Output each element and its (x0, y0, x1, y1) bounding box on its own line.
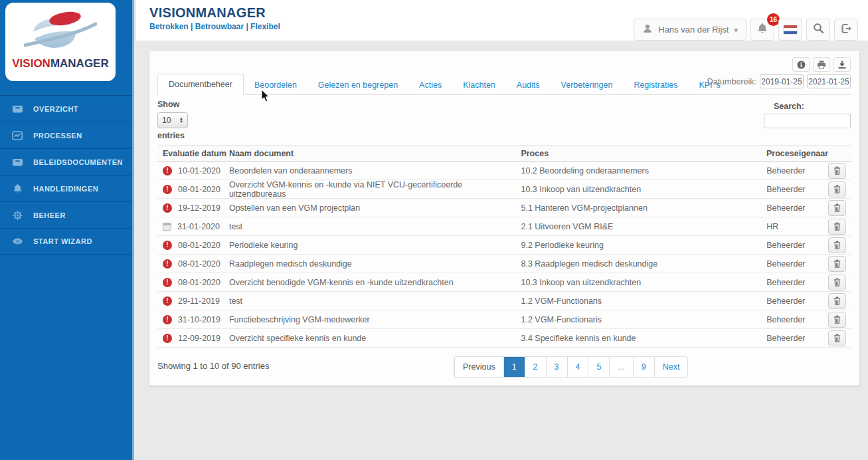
table-row[interactable]: 08-01-2020 Periodieke keuring 9.2 Period… (157, 236, 851, 255)
tab[interactable]: Registraties (623, 75, 688, 94)
pagination-item[interactable]: 1 (503, 357, 525, 377)
delete-button[interactable] (828, 181, 846, 197)
delete-button[interactable] (828, 163, 846, 179)
tab[interactable]: Documentbeheer (157, 74, 244, 95)
delete-button[interactable] (828, 256, 846, 272)
delete-button[interactable] (828, 330, 846, 346)
trash-icon (833, 222, 841, 231)
pagination-item[interactable]: 3 (546, 357, 567, 377)
table-row[interactable]: 08-01-2020 Overzicht VGM-kennis en -kund… (157, 180, 851, 199)
user-name: Hans van der Rijst (658, 25, 729, 35)
user-menu-button[interactable]: Hans van der Rijst (634, 19, 746, 41)
table-row[interactable]: 10-01-2020 Beoordelen van onderaannemers… (157, 162, 851, 180)
show-label: Show (157, 100, 188, 109)
eye-icon (12, 236, 23, 247)
page-size-control: Show 10 ▲▼ entries (157, 100, 188, 140)
sidebar-item[interactable]: START WIZARD (0, 228, 132, 255)
language-button[interactable] (778, 19, 802, 41)
table-row[interactable]: 31-01-2020 test 2.1 Uitvoeren VGM RI&E H… (157, 217, 851, 236)
bell-icon (756, 23, 768, 37)
logout-button[interactable] (834, 19, 858, 41)
process-name: 3.4 Specifieke kennis en kunde (521, 334, 766, 343)
content-panel: Datumbereik: Documentbeheer Beoordelen G… (149, 51, 859, 386)
download-button[interactable] (833, 57, 851, 72)
trash-icon (833, 296, 841, 305)
table-row[interactable]: 08-01-2020 Overzicht benodigde VGM-kenni… (157, 273, 851, 292)
trash-icon (833, 166, 841, 175)
tab[interactable]: Verbeteringen (551, 75, 624, 94)
process-owner: Beheerder (766, 203, 824, 213)
document-name: Overzicht specifieke kennis en kunde (229, 334, 521, 343)
sidebar-item[interactable]: BELEIDSDOCUMENTEN (0, 148, 132, 175)
column-header-naam-document[interactable]: Naam document (229, 149, 521, 158)
table-row[interactable]: 29-11-2019 test 1.2 VGM-Functionaris Beh… (157, 292, 851, 310)
table-row[interactable]: 31-10-2019 Functiebeschrijving VGM-medew… (157, 310, 851, 329)
sidebar-item[interactable]: BEHEER (0, 201, 132, 228)
gear-icon (12, 210, 23, 221)
process-name: 5.1 Hanteren VGM-projectplannen (521, 203, 766, 213)
document-name: Periodieke keuring (229, 241, 521, 250)
trash-icon (833, 334, 841, 342)
tab[interactable]: Klachten (452, 75, 506, 94)
row-status-icon (163, 203, 172, 213)
delete-button[interactable] (828, 219, 846, 235)
tab[interactable]: KPI 's (688, 75, 731, 94)
tab[interactable]: Gelezen en begrepen (307, 75, 408, 94)
process-name: 2.1 Uitvoeren VGM RI&E (521, 222, 766, 231)
documents-table: Evaluatie datum Naam document Proces Pro… (157, 145, 851, 348)
info-icon (797, 60, 806, 69)
logo-swoosh-icon (24, 11, 97, 52)
table-row[interactable]: 19-12-2019 Opstellen van een VGM project… (157, 199, 851, 217)
document-name: test (229, 296, 521, 306)
info-button[interactable] (792, 57, 810, 72)
trash-icon (833, 259, 841, 268)
row-status-icon (163, 223, 171, 231)
sidebar-item[interactable]: OVERZICHT (0, 95, 132, 122)
column-header-proceseigenaar[interactable]: Proceseigenaar (766, 149, 824, 158)
pagination-item[interactable]: 5 (588, 357, 609, 377)
download-icon (837, 60, 847, 69)
sidebar-item[interactable]: HANDLEIDINGEN (0, 175, 132, 201)
search-button[interactable] (806, 19, 830, 41)
evaluation-date: 19-12-2019 (178, 203, 220, 213)
delete-button[interactable] (828, 237, 846, 253)
column-header-evaluatie-datum[interactable]: Evaluatie datum (163, 149, 229, 158)
delete-button[interactable] (828, 293, 846, 309)
app-logo[interactable]: VISIONMANAGER (5, 3, 116, 81)
process-name: 1.2 VGM-Functionaris (521, 315, 766, 324)
delete-button[interactable] (828, 275, 846, 290)
pagination-item[interactable]: 2 (525, 357, 546, 377)
pagination-item[interactable]: 4 (567, 357, 588, 377)
pagination-item[interactable]: Next (654, 357, 688, 377)
pagination-item[interactable]: Previous (454, 357, 503, 377)
search-control: Search: (764, 102, 851, 128)
process-owner: Beheerder (766, 241, 824, 250)
table-search-input[interactable] (764, 114, 851, 128)
print-button[interactable] (813, 57, 830, 72)
search-icon (813, 23, 824, 37)
row-status-icon (163, 185, 172, 194)
tab[interactable]: Acties (408, 75, 452, 94)
chevron-down-icon (734, 25, 738, 35)
evaluation-date: 31-10-2019 (178, 315, 220, 324)
pagination-item[interactable]: 9 (633, 357, 654, 377)
process-owner: Beheerder (766, 166, 824, 175)
sidebar-item-label: BEHEER (33, 211, 66, 219)
process-name: 8.3 Raadplegen medisch deskundige (521, 259, 766, 269)
table-row[interactable]: 08-01-2020 Raadplegen medisch deskundige… (157, 255, 851, 273)
table-row[interactable]: 12-09-2019 Overzicht specifieke kennis e… (157, 329, 851, 348)
evaluation-date: 29-11-2019 (178, 296, 220, 306)
page-size-select[interactable]: 10 ▲▼ (157, 112, 188, 128)
delete-button[interactable] (828, 312, 846, 328)
table-body: 10-01-2020 Beoordelen van onderaannemers… (157, 162, 851, 348)
tab[interactable]: Audits (506, 75, 551, 94)
tab[interactable]: Beoordelen (244, 75, 307, 94)
notifications-button[interactable]: 16 (750, 19, 774, 41)
process-owner: Beheerder (766, 185, 824, 194)
sidebar-menu: OVERZICHT PROCESSEN BELEIDSDOCUMENTEN (0, 95, 132, 255)
sidebar-item[interactable]: PROCESSEN (0, 122, 132, 148)
delete-button[interactable] (828, 200, 846, 216)
sidebar-item-label: OVERZICHT (33, 105, 78, 113)
column-header-proces[interactable]: Proces (521, 149, 766, 158)
document-name: Overzicht VGM-kennis en -kunde via NIET … (229, 180, 521, 199)
